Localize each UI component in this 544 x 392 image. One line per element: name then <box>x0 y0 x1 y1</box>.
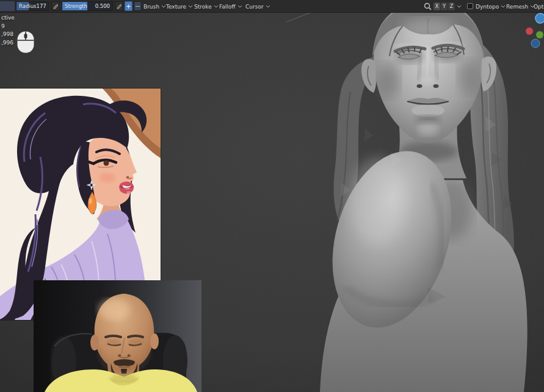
mirror-y-button[interactable]: Y <box>441 2 448 10</box>
gizmo-y-axis-ball[interactable] <box>536 31 543 38</box>
minus-label: — <box>136 4 140 9</box>
radius-value: 177 px <box>37 3 49 9</box>
blender-window: Radius 177 px Strength 0.500 + — Brush <box>0 0 544 392</box>
stylus-pressure-icon <box>116 3 122 9</box>
mirror-x-button[interactable]: X <box>433 2 440 10</box>
chevron-down-icon <box>238 5 242 8</box>
gizmo-x-axis-ball[interactable] <box>526 27 533 35</box>
radius-pressure-button[interactable] <box>51 1 60 11</box>
stats-fragment: ctive <box>1 14 15 23</box>
dyntopo-checkbox[interactable] <box>467 3 473 9</box>
header-separator <box>464 2 465 11</box>
strength-label: Strength <box>65 3 87 9</box>
brush-add-button[interactable]: + <box>125 1 132 11</box>
chevron-down-icon <box>501 5 506 8</box>
mirror-z-button[interactable]: Z <box>448 2 455 10</box>
strength-pressure-button[interactable] <box>115 1 123 11</box>
sculpt-mode-header: Radius 177 px Strength 0.500 + — Brush <box>0 0 544 13</box>
remesh-label: Remesh <box>506 4 528 10</box>
mirror-x-label: X <box>435 4 438 9</box>
gizmo-z-axis-ball[interactable] <box>535 13 544 23</box>
menu-texture[interactable]: Texture <box>166 0 193 13</box>
stats-fragment: ,998 <box>1 31 15 39</box>
strength-value: 0.500 <box>95 3 110 9</box>
radius-label: Radius <box>19 3 37 9</box>
magnifier-icon[interactable] <box>424 2 432 10</box>
webcam-feed <box>34 280 201 392</box>
cut-off-widget[interactable] <box>0 1 15 11</box>
plus-label: + <box>126 3 131 10</box>
options-label: Opti <box>534 4 544 10</box>
remesh-popover[interactable]: Remesh <box>506 0 535 13</box>
stats-fragment: ,996 <box>1 39 15 48</box>
reference-iris <box>104 161 109 166</box>
menu-falloff-label: Falloff <box>219 4 236 10</box>
chevron-down-icon[interactable] <box>457 5 462 8</box>
stylus-pressure-icon <box>53 3 59 9</box>
strength-slider[interactable]: Strength 0.500 <box>62 1 113 11</box>
dyntopo-label: Dyntopo <box>476 4 499 10</box>
menu-texture-label: Texture <box>166 4 186 10</box>
mirror-y-label: Y <box>443 4 446 9</box>
menu-brush-label: Brush <box>143 4 159 10</box>
chevron-down-icon <box>161 5 166 8</box>
chevron-down-icon <box>266 5 270 8</box>
chevron-down-icon <box>188 5 193 8</box>
mouse-indicator-icon <box>16 31 35 54</box>
dyntopo-popover[interactable]: Dyntopo <box>476 0 506 13</box>
menu-falloff[interactable]: Falloff <box>219 0 242 13</box>
menu-cursor[interactable]: Cursor <box>245 0 270 13</box>
menu-stroke-label: Stroke <box>194 4 212 10</box>
menu-cursor-label: Cursor <box>245 4 264 10</box>
menu-brush[interactable]: Brush <box>143 0 166 13</box>
viewport-stats-overlay: ctive 9 ,998 ,996 <box>1 14 15 47</box>
menu-stroke[interactable]: Stroke <box>194 0 219 13</box>
gizmo-neg-z-axis-ball[interactable] <box>531 39 540 48</box>
options-popover[interactable]: Opti <box>534 0 544 13</box>
mirror-z-label: Z <box>450 4 453 9</box>
brush-subtract-button[interactable]: — <box>134 1 142 11</box>
radius-slider[interactable]: Radius 177 px <box>16 1 49 11</box>
chevron-down-icon <box>214 5 219 8</box>
presenter-mustache <box>114 359 135 366</box>
stats-fragment: 9 <box>1 23 15 31</box>
